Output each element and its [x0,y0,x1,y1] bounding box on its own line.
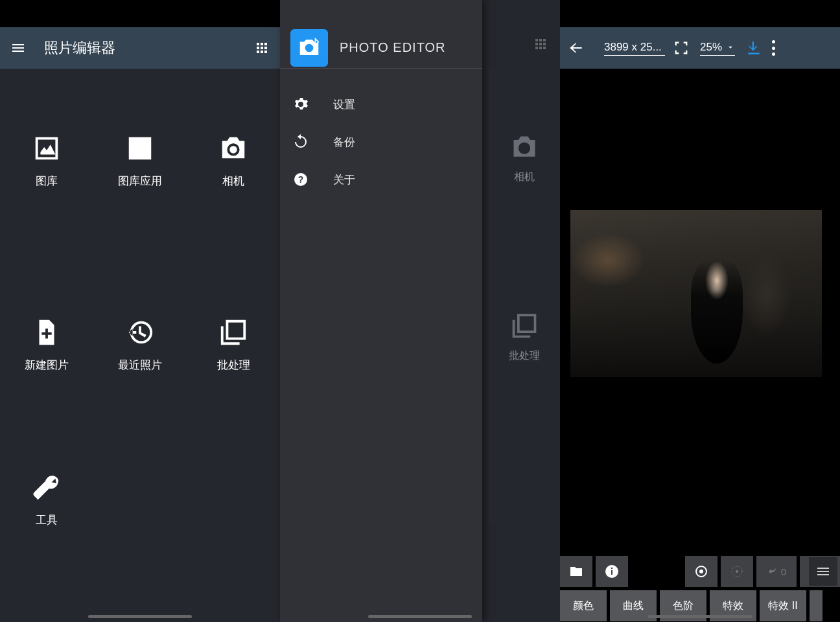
tab-effects-2[interactable]: 特效 II [760,590,806,621]
drawer-item-label: 设置 [333,97,355,112]
home-indicator [648,615,752,618]
batch-icon [218,317,248,347]
sidebar-item-label: 相机 [514,170,535,184]
info-icon [604,564,620,579]
grid-item-label: 图库应用 [118,174,162,189]
new-file-icon [32,317,62,347]
grid-item-label: 相机 [222,174,244,189]
gallery-icon [32,133,62,163]
svg-rect-3 [611,570,612,575]
more-icon[interactable] [771,40,775,56]
menu-icon[interactable] [10,40,26,56]
status-bar [560,0,840,27]
status-bar [0,0,280,27]
grid-item-new-image[interactable]: 新建图片 [0,253,93,438]
drawer-header: PHOTO EDITOR [280,0,482,69]
svg-point-8 [736,570,738,573]
editor-canvas[interactable] [560,69,840,556]
folder-icon [568,564,584,579]
svg-point-4 [611,568,613,570]
apps-grid-icon[interactable] [254,40,270,56]
target-button[interactable] [685,556,718,587]
grid-item-label: 新建图片 [25,358,69,373]
tab-more[interactable] [810,590,822,621]
app-title: 照片编辑器 [44,38,254,58]
undo-icon [767,566,778,577]
drawer-title: PHOTO EDITOR [340,40,446,55]
chevron-down-icon [726,43,735,52]
drawer-list: 设置 备份 ? 关于 [280,69,482,215]
svg-text:?: ? [298,174,304,185]
grid-item-camera[interactable]: 相机 [187,69,280,253]
batch-icon [510,312,539,340]
radial-button[interactable] [721,556,753,587]
sidebar-item-label: 批处理 [509,349,540,363]
home-indicator [368,615,472,618]
grid-item-label: 批处理 [217,358,250,373]
grid-item-gallery-apps[interactable]: 图库应用 [93,69,187,253]
home-indicator [88,615,192,618]
home-grid: 图库 图库应用 相机 新建图片 最近照片 批处理 [0,69,280,622]
camera-icon [510,133,539,161]
grid-item-label: 工具 [36,513,58,527]
grid-item-label: 最近照片 [118,358,162,373]
restore-icon [293,134,309,150]
gear-icon [293,97,309,112]
download-icon[interactable] [745,40,762,56]
zoom-dropdown[interactable]: 25% [700,41,735,56]
photo-preview [570,210,822,377]
editor-left-sidebar: 相机 批处理 [489,69,560,522]
editor-toolbar: 3899 x 25... 25% [560,27,840,69]
apps-grid-icon-dimmed [533,36,548,52]
image-dimensions[interactable]: 3899 x 25... [604,41,665,56]
camera-logo-icon [297,36,321,60]
menu-icon [815,564,831,579]
drawer-item-label: 备份 [333,135,355,150]
grid-item-label: 图库 [36,174,58,189]
sidebar-item-batch[interactable]: 批处理 [509,248,540,426]
tabs-menu-button[interactable] [809,557,837,586]
drawer-item-backup[interactable]: 备份 [280,123,482,161]
wrench-icon [32,472,62,502]
grid-item-batch[interactable]: 批处理 [187,253,280,438]
grid-item-gallery[interactable]: 图库 [0,69,93,253]
grid-item-recent[interactable]: 最近照片 [93,253,187,438]
fullscreen-icon[interactable] [674,41,688,55]
drawer-item-about[interactable]: ? 关于 [280,161,482,198]
grid-item-tools[interactable]: 工具 [0,437,93,622]
folder-button[interactable] [560,556,592,587]
history-icon [125,317,155,347]
drawer-item-label: 关于 [333,172,355,187]
undo-button[interactable]: 0 [756,556,797,587]
camera-icon [218,133,248,163]
radial-icon [729,564,745,579]
navigation-drawer: PHOTO EDITOR 设置 备份 ? 关于 [280,0,482,622]
home-panel: 照片编辑器 图库 图库应用 相机 新建图片 最近照片 [0,0,280,622]
undo-count: 0 [781,566,786,577]
target-icon [694,564,709,579]
info-button[interactable] [596,556,628,587]
editor-bottom-bar: 0 0 颜色 曲线 色阶 特效 特效 II [560,556,840,622]
home-toolbar: 照片编辑器 [0,27,280,69]
help-icon: ? [293,172,309,187]
svg-point-6 [699,570,703,573]
tab-color[interactable]: 颜色 [560,590,607,621]
zoom-value: 25% [700,41,722,54]
drawer-item-settings[interactable]: 设置 [280,86,482,123]
action-row: 0 0 [560,556,840,587]
app-logo [290,29,328,67]
back-icon[interactable] [568,40,585,56]
sidebar-item-camera[interactable]: 相机 [510,69,539,248]
editor-panel: 相机 批处理 3899 x 25... 25% [560,0,840,622]
gallery-app-icon [125,133,155,163]
